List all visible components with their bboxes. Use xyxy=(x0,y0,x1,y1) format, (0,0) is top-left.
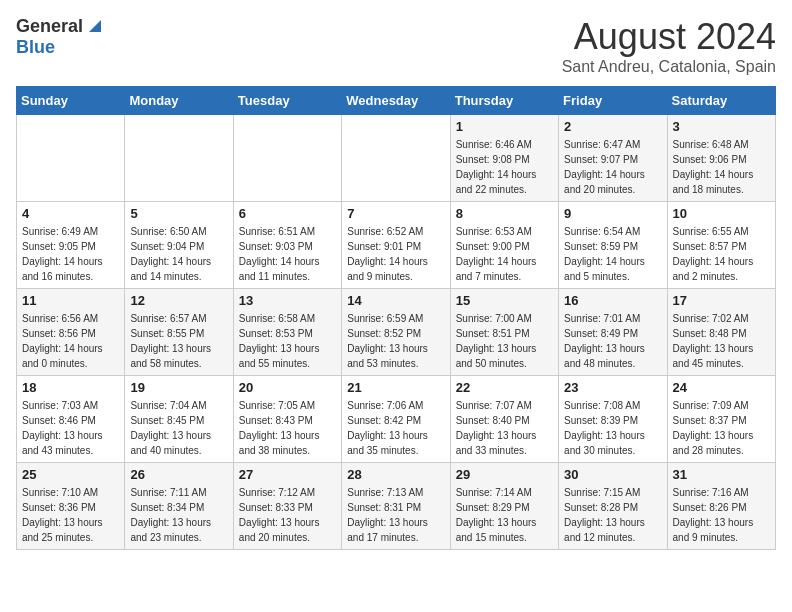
day-number: 12 xyxy=(130,293,227,308)
day-of-week-header: Tuesday xyxy=(233,87,341,115)
calendar-cell: 24Sunrise: 7:09 AM Sunset: 8:37 PM Dayli… xyxy=(667,376,775,463)
day-info: Sunrise: 7:06 AM Sunset: 8:42 PM Dayligh… xyxy=(347,398,444,458)
day-info: Sunrise: 7:05 AM Sunset: 8:43 PM Dayligh… xyxy=(239,398,336,458)
day-info: Sunrise: 6:54 AM Sunset: 8:59 PM Dayligh… xyxy=(564,224,661,284)
day-info: Sunrise: 7:10 AM Sunset: 8:36 PM Dayligh… xyxy=(22,485,119,545)
day-info: Sunrise: 7:15 AM Sunset: 8:28 PM Dayligh… xyxy=(564,485,661,545)
calendar-cell: 23Sunrise: 7:08 AM Sunset: 8:39 PM Dayli… xyxy=(559,376,667,463)
day-number: 10 xyxy=(673,206,770,221)
day-number: 4 xyxy=(22,206,119,221)
calendar-cell: 11Sunrise: 6:56 AM Sunset: 8:56 PM Dayli… xyxy=(17,289,125,376)
day-number: 29 xyxy=(456,467,553,482)
calendar-cell: 15Sunrise: 7:00 AM Sunset: 8:51 PM Dayli… xyxy=(450,289,558,376)
day-number: 8 xyxy=(456,206,553,221)
day-number: 3 xyxy=(673,119,770,134)
day-number: 25 xyxy=(22,467,119,482)
calendar-cell: 9Sunrise: 6:54 AM Sunset: 8:59 PM Daylig… xyxy=(559,202,667,289)
day-number: 28 xyxy=(347,467,444,482)
calendar-cell: 10Sunrise: 6:55 AM Sunset: 8:57 PM Dayli… xyxy=(667,202,775,289)
calendar-cell: 29Sunrise: 7:14 AM Sunset: 8:29 PM Dayli… xyxy=(450,463,558,550)
logo-blue-text: Blue xyxy=(16,37,55,57)
day-info: Sunrise: 7:07 AM Sunset: 8:40 PM Dayligh… xyxy=(456,398,553,458)
calendar-cell: 31Sunrise: 7:16 AM Sunset: 8:26 PM Dayli… xyxy=(667,463,775,550)
calendar-cell xyxy=(233,115,341,202)
day-number: 13 xyxy=(239,293,336,308)
day-info: Sunrise: 7:02 AM Sunset: 8:48 PM Dayligh… xyxy=(673,311,770,371)
day-number: 5 xyxy=(130,206,227,221)
day-info: Sunrise: 6:52 AM Sunset: 9:01 PM Dayligh… xyxy=(347,224,444,284)
day-number: 26 xyxy=(130,467,227,482)
day-info: Sunrise: 7:16 AM Sunset: 8:26 PM Dayligh… xyxy=(673,485,770,545)
day-number: 20 xyxy=(239,380,336,395)
calendar-cell: 16Sunrise: 7:01 AM Sunset: 8:49 PM Dayli… xyxy=(559,289,667,376)
day-info: Sunrise: 7:13 AM Sunset: 8:31 PM Dayligh… xyxy=(347,485,444,545)
calendar-week-row: 4Sunrise: 6:49 AM Sunset: 9:05 PM Daylig… xyxy=(17,202,776,289)
day-info: Sunrise: 6:46 AM Sunset: 9:08 PM Dayligh… xyxy=(456,137,553,197)
day-of-week-header: Friday xyxy=(559,87,667,115)
day-info: Sunrise: 6:48 AM Sunset: 9:06 PM Dayligh… xyxy=(673,137,770,197)
day-number: 24 xyxy=(673,380,770,395)
calendar-cell: 25Sunrise: 7:10 AM Sunset: 8:36 PM Dayli… xyxy=(17,463,125,550)
day-info: Sunrise: 6:51 AM Sunset: 9:03 PM Dayligh… xyxy=(239,224,336,284)
calendar-cell: 2Sunrise: 6:47 AM Sunset: 9:07 PM Daylig… xyxy=(559,115,667,202)
day-of-week-header: Monday xyxy=(125,87,233,115)
title-area: August 2024 Sant Andreu, Catalonia, Spai… xyxy=(562,16,776,76)
day-number: 16 xyxy=(564,293,661,308)
day-info: Sunrise: 6:53 AM Sunset: 9:00 PM Dayligh… xyxy=(456,224,553,284)
day-info: Sunrise: 7:03 AM Sunset: 8:46 PM Dayligh… xyxy=(22,398,119,458)
calendar-cell: 14Sunrise: 6:59 AM Sunset: 8:52 PM Dayli… xyxy=(342,289,450,376)
day-number: 15 xyxy=(456,293,553,308)
calendar-cell: 21Sunrise: 7:06 AM Sunset: 8:42 PM Dayli… xyxy=(342,376,450,463)
calendar-cell: 30Sunrise: 7:15 AM Sunset: 8:28 PM Dayli… xyxy=(559,463,667,550)
day-info: Sunrise: 6:58 AM Sunset: 8:53 PM Dayligh… xyxy=(239,311,336,371)
day-info: Sunrise: 7:11 AM Sunset: 8:34 PM Dayligh… xyxy=(130,485,227,545)
calendar-cell: 28Sunrise: 7:13 AM Sunset: 8:31 PM Dayli… xyxy=(342,463,450,550)
header: General Blue August 2024 Sant Andreu, Ca… xyxy=(16,16,776,76)
day-number: 11 xyxy=(22,293,119,308)
calendar-cell: 7Sunrise: 6:52 AM Sunset: 9:01 PM Daylig… xyxy=(342,202,450,289)
day-number: 17 xyxy=(673,293,770,308)
calendar-cell: 18Sunrise: 7:03 AM Sunset: 8:46 PM Dayli… xyxy=(17,376,125,463)
calendar-cell: 8Sunrise: 6:53 AM Sunset: 9:00 PM Daylig… xyxy=(450,202,558,289)
day-number: 31 xyxy=(673,467,770,482)
day-number: 30 xyxy=(564,467,661,482)
calendar-cell: 4Sunrise: 6:49 AM Sunset: 9:05 PM Daylig… xyxy=(17,202,125,289)
location-title: Sant Andreu, Catalonia, Spain xyxy=(562,58,776,76)
calendar-cell: 17Sunrise: 7:02 AM Sunset: 8:48 PM Dayli… xyxy=(667,289,775,376)
day-info: Sunrise: 7:14 AM Sunset: 8:29 PM Dayligh… xyxy=(456,485,553,545)
day-info: Sunrise: 6:50 AM Sunset: 9:04 PM Dayligh… xyxy=(130,224,227,284)
day-number: 23 xyxy=(564,380,661,395)
day-number: 22 xyxy=(456,380,553,395)
calendar-cell: 19Sunrise: 7:04 AM Sunset: 8:45 PM Dayli… xyxy=(125,376,233,463)
day-info: Sunrise: 6:57 AM Sunset: 8:55 PM Dayligh… xyxy=(130,311,227,371)
day-number: 2 xyxy=(564,119,661,134)
day-info: Sunrise: 7:09 AM Sunset: 8:37 PM Dayligh… xyxy=(673,398,770,458)
logo-triangle-icon xyxy=(85,18,101,34)
day-info: Sunrise: 6:56 AM Sunset: 8:56 PM Dayligh… xyxy=(22,311,119,371)
day-number: 6 xyxy=(239,206,336,221)
calendar-cell: 5Sunrise: 6:50 AM Sunset: 9:04 PM Daylig… xyxy=(125,202,233,289)
day-number: 14 xyxy=(347,293,444,308)
calendar-cell: 3Sunrise: 6:48 AM Sunset: 9:06 PM Daylig… xyxy=(667,115,775,202)
day-info: Sunrise: 6:49 AM Sunset: 9:05 PM Dayligh… xyxy=(22,224,119,284)
calendar-cell: 27Sunrise: 7:12 AM Sunset: 8:33 PM Dayli… xyxy=(233,463,341,550)
svg-marker-0 xyxy=(89,20,101,32)
day-number: 21 xyxy=(347,380,444,395)
calendar-cell: 20Sunrise: 7:05 AM Sunset: 8:43 PM Dayli… xyxy=(233,376,341,463)
calendar-cell: 1Sunrise: 6:46 AM Sunset: 9:08 PM Daylig… xyxy=(450,115,558,202)
day-of-week-header: Saturday xyxy=(667,87,775,115)
calendar-week-row: 1Sunrise: 6:46 AM Sunset: 9:08 PM Daylig… xyxy=(17,115,776,202)
calendar-week-row: 18Sunrise: 7:03 AM Sunset: 8:46 PM Dayli… xyxy=(17,376,776,463)
day-info: Sunrise: 7:01 AM Sunset: 8:49 PM Dayligh… xyxy=(564,311,661,371)
calendar-cell: 6Sunrise: 6:51 AM Sunset: 9:03 PM Daylig… xyxy=(233,202,341,289)
day-info: Sunrise: 6:55 AM Sunset: 8:57 PM Dayligh… xyxy=(673,224,770,284)
day-number: 1 xyxy=(456,119,553,134)
day-info: Sunrise: 6:47 AM Sunset: 9:07 PM Dayligh… xyxy=(564,137,661,197)
day-of-week-header: Thursday xyxy=(450,87,558,115)
day-number: 9 xyxy=(564,206,661,221)
calendar-cell: 26Sunrise: 7:11 AM Sunset: 8:34 PM Dayli… xyxy=(125,463,233,550)
calendar-week-row: 25Sunrise: 7:10 AM Sunset: 8:36 PM Dayli… xyxy=(17,463,776,550)
day-of-week-header: Sunday xyxy=(17,87,125,115)
day-info: Sunrise: 7:00 AM Sunset: 8:51 PM Dayligh… xyxy=(456,311,553,371)
calendar-cell: 13Sunrise: 6:58 AM Sunset: 8:53 PM Dayli… xyxy=(233,289,341,376)
